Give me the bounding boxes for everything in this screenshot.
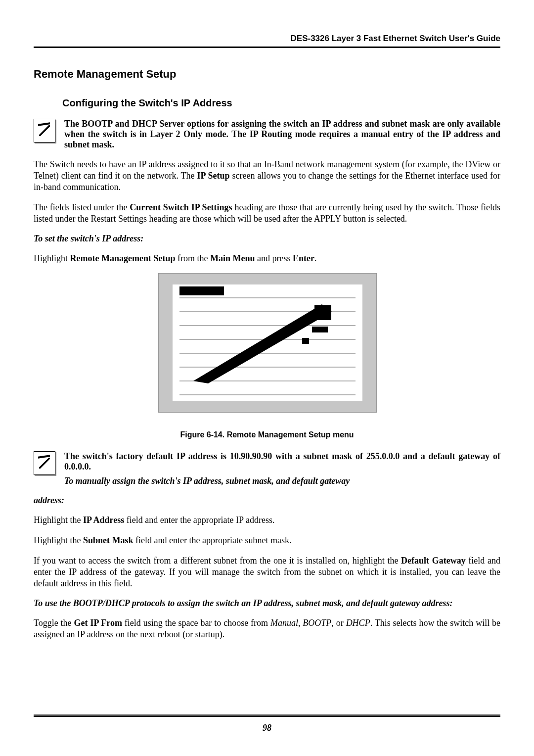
footer-rule [34, 714, 500, 714]
bold-text: IP Setup [197, 171, 230, 181]
figure-caption: Figure 6-14. Remote Management Setup men… [34, 430, 500, 439]
text: If you want to access the switch from a … [34, 556, 401, 566]
text: from the [175, 253, 210, 263]
text: and press [255, 253, 292, 263]
note-block-1: The BOOTP and DHCP Server options for as… [34, 119, 500, 150]
paragraph-2: The fields listed under the Current Swit… [34, 202, 500, 225]
paragraph-5: Highlight the Subnet Mask field and ente… [34, 535, 500, 546]
paragraph-7: Toggle the Get IP From field using the s… [34, 617, 500, 640]
section-heading-2: Configuring the Switch's IP Address [62, 97, 500, 109]
italic-text: DHCP [346, 618, 370, 628]
italic-text: Manual [270, 618, 298, 628]
text: , or [331, 618, 346, 628]
bold-text: Default Gateway [401, 556, 466, 566]
paragraph-6: If you want to access the switch from a … [34, 555, 500, 589]
bold-text: IP Address [83, 515, 124, 525]
text: Highlight the [34, 515, 83, 525]
subheading-1: To set the switch's IP address: [34, 234, 500, 244]
text: , [298, 618, 303, 628]
text: field and enter the appropriate subnet m… [134, 535, 292, 545]
paragraph-3: Highlight Remote Management Setup from t… [34, 253, 500, 264]
note-text-1: The BOOTP and DHCP Server options for as… [64, 119, 500, 150]
bold-text: Enter [293, 253, 314, 263]
note-subheading-tail: address: [34, 495, 500, 506]
note-icon [34, 451, 55, 475]
bold-text: Main Menu [210, 253, 255, 263]
figure-image [158, 273, 377, 413]
footer-rule [34, 715, 500, 717]
running-header: DES-3326 Layer 3 Fast Ethernet Switch Us… [34, 34, 500, 44]
note-subheading: To manually assign the switch's IP addre… [64, 476, 500, 486]
note-text-2: The switch's factory default IP address … [64, 451, 500, 472]
bold-text: Current Switch IP Settings [130, 202, 232, 212]
note-block-2: The switch's factory default IP address … [34, 451, 500, 486]
text: Highlight the [34, 535, 83, 545]
text: The fields listed under the [34, 202, 130, 212]
text: field and enter the appropriate IP addre… [124, 515, 274, 525]
paragraph-4: Highlight the IP Address field and enter… [34, 515, 500, 526]
bold-text: Subnet Mask [83, 535, 134, 545]
text: field using the space bar to choose from [122, 618, 270, 628]
text: Toggle the [34, 618, 74, 628]
bold-text: Remote Management Setup [70, 253, 176, 263]
bold-text: Get IP From [74, 618, 122, 628]
figure-6-14 [158, 273, 376, 413]
paragraph-1: The Switch needs to have an IP address a… [34, 159, 500, 193]
subheading-2: To use the BOOTP/DHCP protocols to assig… [34, 598, 500, 609]
page-number: 98 [34, 723, 500, 733]
text: Highlight [34, 253, 70, 263]
page-footer: 98 [34, 714, 500, 733]
header-rule [34, 47, 500, 48]
text: . [314, 253, 317, 263]
section-heading-1: Remote Management Setup [34, 68, 500, 81]
note-icon [34, 119, 55, 142]
italic-text: BOOTP [303, 618, 331, 628]
